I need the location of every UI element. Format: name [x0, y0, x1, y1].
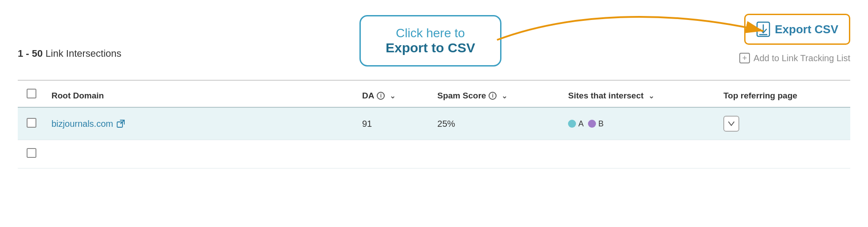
add-tracking-label: Add to Link Tracking List [754, 53, 850, 63]
row-checkbox-cell [18, 107, 44, 140]
da-sort-arrow[interactable]: ⌄ [387, 91, 397, 101]
tooltip-bubble[interactable]: Click here to Export to CSV [359, 15, 501, 67]
row2-checkbox-cell [18, 140, 44, 168]
col-header-spam: Spam Score i ⌄ [430, 81, 561, 107]
row2-checkbox[interactable] [27, 148, 36, 158]
export-icon [756, 21, 770, 37]
col-label-referring: Top referring page [723, 91, 797, 100]
results-suffix: Link Intersections [43, 48, 121, 59]
right-controls: Export CSV + Add to Link Tracking List [739, 14, 850, 68]
plus-icon: + [739, 53, 750, 63]
dot-b: B [588, 119, 604, 129]
dot-teal [568, 120, 576, 128]
row-checkbox[interactable] [27, 118, 36, 128]
col-label-da: DA [362, 91, 374, 101]
results-range: 1 - 50 [18, 48, 43, 59]
page-container: 1 - 50 Link Intersections Click here to … [0, 0, 868, 227]
table-row [18, 140, 850, 168]
external-link-icon [117, 120, 125, 128]
table-body: bizjournals.com 91 25% [18, 107, 850, 168]
table-row: bizjournals.com 91 25% [18, 107, 850, 140]
dot-a: A [568, 119, 584, 129]
data-table: Root Domain DA i ⌄ Spam Score i ⌄ [18, 81, 850, 168]
intersect-dots: A B [568, 119, 709, 129]
table-header: Root Domain DA i ⌄ Spam Score i ⌄ [18, 81, 850, 107]
row-da-cell: 91 [355, 107, 430, 140]
row-domain-cell: bizjournals.com [44, 107, 355, 140]
col-header-referring: Top referring page [716, 81, 850, 107]
row-referring-cell [716, 107, 850, 140]
col-label-spam: Spam Score [438, 91, 486, 101]
row2-empty [44, 140, 850, 168]
row-spam-cell: 25% [430, 107, 561, 140]
tooltip-line2: Export to CSV [379, 40, 482, 55]
domain-text: bizjournals.com [51, 119, 113, 129]
add-tracking-button[interactable]: + Add to Link Tracking List [739, 53, 850, 63]
header-checkbox[interactable] [27, 89, 36, 98]
toolbar: 1 - 50 Link Intersections Click here to … [18, 9, 850, 80]
export-csv-button[interactable]: Export CSV [744, 14, 850, 45]
results-label: 1 - 50 Link Intersections [18, 48, 122, 73]
dot-a-label: A [578, 119, 584, 129]
col-label-intersect: Sites that intersect [568, 91, 643, 101]
col-header-da: DA i ⌄ [355, 81, 430, 107]
domain-link[interactable]: bizjournals.com [51, 119, 348, 129]
export-csv-label: Export CSV [775, 23, 838, 36]
dot-purple [588, 120, 596, 128]
row-da-value: 91 [362, 119, 372, 129]
col-label-domain: Root Domain [51, 91, 104, 100]
intersect-sort-arrow[interactable]: ⌄ [646, 91, 656, 101]
col-header-checkbox [18, 81, 44, 107]
row-spam-value: 25% [438, 119, 455, 129]
row-intersect-cell: A B [561, 107, 716, 140]
spam-info-icon[interactable]: i [489, 92, 497, 100]
col-header-domain: Root Domain [44, 81, 355, 107]
spam-sort-arrow[interactable]: ⌄ [499, 91, 509, 101]
dot-b-label: B [598, 119, 604, 129]
tooltip-area: Click here to Export to CSV [122, 15, 740, 67]
col-header-intersect: Sites that intersect ⌄ [561, 81, 716, 107]
tooltip-line1: Click here to [379, 26, 482, 40]
da-info-icon[interactable]: i [377, 92, 385, 100]
dropdown-button[interactable] [723, 116, 739, 132]
